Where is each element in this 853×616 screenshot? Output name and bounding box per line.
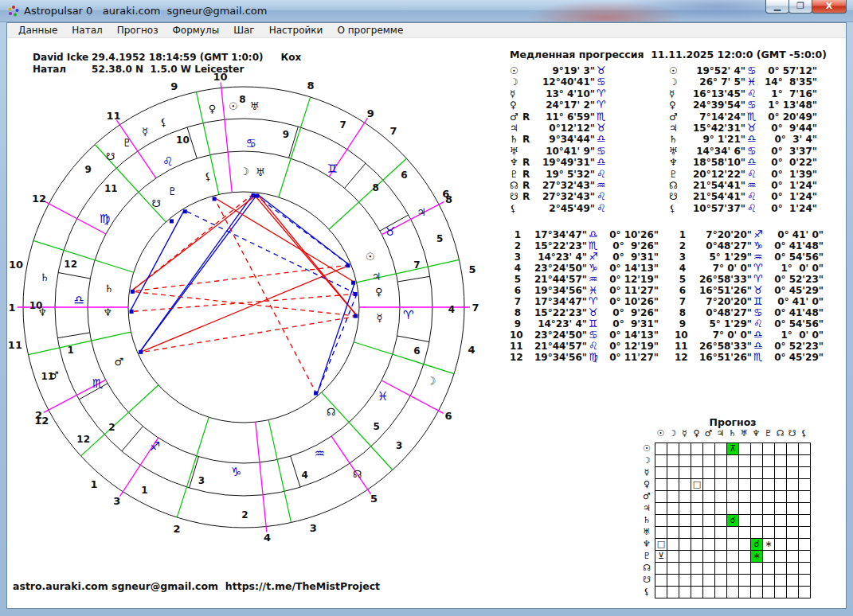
planet-glyph: ♀: [669, 99, 682, 111]
menu-item-settings[interactable]: Настройки: [262, 23, 331, 38]
progressed-planet-jupiter: ♃: [417, 206, 426, 218]
aspect-cell: [799, 503, 811, 515]
title-bar[interactable]: Astropulsar 0 auraki.com sgneur@gmail.co…: [0, 0, 853, 22]
aspect-cell: [787, 455, 799, 467]
window-controls: ▁ ❐ X: [766, 0, 847, 14]
aspect-cell: [715, 551, 727, 563]
maximize-button[interactable]: ❐: [788, 0, 812, 14]
speed: 0° 1'24": [760, 191, 817, 202]
aspect-cell: [775, 467, 787, 479]
position: 15°22'23": [523, 307, 587, 318]
aspect-cell: [703, 503, 715, 515]
aspect-cell: [667, 539, 679, 551]
aspect-cell: [667, 479, 679, 491]
aspect-cell: [703, 575, 715, 587]
speed: 0° 41'48": [766, 240, 824, 251]
progressed-planet-north-node: ☊: [353, 468, 362, 480]
position: 18°58'10": [682, 157, 745, 168]
aspect-cell: [799, 551, 811, 563]
minimize-button[interactable]: ▁: [765, 0, 789, 14]
aspect-cell: [763, 527, 775, 539]
aspect-cell: [739, 503, 751, 515]
position: 23°24'50": [523, 263, 587, 274]
aspect-cell: [655, 455, 667, 467]
sign-glyph: ♓: [745, 76, 760, 88]
natal-planet-saturn: ♄: [104, 283, 114, 294]
sign-glyph: ♎: [752, 341, 766, 352]
menu-item-natal[interactable]: Натал: [65, 23, 109, 38]
menu-item-step[interactable]: Шаг: [226, 23, 262, 38]
sign-glyph: ♏: [595, 111, 609, 123]
position: 12°40'41": [531, 76, 595, 88]
aspect-line-sun-uranus: [257, 194, 350, 265]
progressed-planet-row-jupiter: ♃15°42'31"♉0° 9'44": [669, 123, 817, 134]
menu-bar: ДанныеНаталПрогнозФормулыШагНастройкиО п…: [7, 23, 846, 38]
planet-marker-jupiter: [351, 281, 355, 285]
aspect-cell: [775, 443, 787, 455]
aspect-cell: [787, 503, 799, 515]
house-number: 10: [510, 329, 523, 341]
sign-glyph: ♑: [752, 240, 766, 251]
progressed-planet-row-north-node: ☊21°54'41"♒0° 1'24": [669, 180, 817, 191]
aspect-cell: [739, 515, 751, 527]
aspect-cell: [751, 443, 763, 455]
menu-item-formulas[interactable]: Формулы: [166, 23, 227, 38]
progressed-cusp-number: 7: [389, 125, 397, 137]
aspect-cell: [799, 455, 811, 467]
progressed-house-row-1: 17°20'20"♐0° 41' 0": [675, 229, 824, 240]
close-button[interactable]: X: [812, 0, 847, 14]
menu-item-data[interactable]: Данные: [11, 23, 65, 38]
speed: 0° 1'39": [760, 169, 817, 180]
sign-glyph: ♉: [595, 123, 609, 134]
natal-house-number: 6: [413, 345, 420, 357]
natal-planet-venus: ♀: [375, 286, 383, 298]
progressed-cusp-number: 11: [8, 339, 22, 351]
aspect-cell: [703, 515, 715, 527]
zodiac-sign-11: ♒: [315, 446, 325, 461]
progressed-house-number: 5: [436, 233, 443, 244]
progressed-house-row-9: 95° 1'29"♌0° 54'56": [675, 318, 824, 329]
aspect-cell: [691, 503, 703, 515]
sign-glyph: ♒: [587, 274, 601, 285]
grid-row-planet-glyph: ♃: [640, 502, 653, 514]
aspect-cell: [703, 539, 715, 551]
zodiac-sign-10: ♑: [231, 465, 241, 479]
menu-item-forecast[interactable]: Прогноз: [110, 23, 166, 38]
house-number: 12: [675, 352, 688, 363]
aspect-cell: [691, 587, 703, 598]
zodiac-sign-2: ♉: [385, 224, 395, 239]
grid-column-planet-glyph: ☉: [655, 428, 667, 439]
sign-glyph: ♋: [595, 76, 609, 88]
natal-planet-row-uranus: ♅10°41' 9"♋: [510, 146, 609, 157]
natal-house-row-4: 423°24'50"♑0° 14'13": [510, 263, 659, 274]
progressed-planet-row-sun: ☉19°52' 4"♋0° 57'12": [669, 65, 817, 76]
aspect-cell: [751, 479, 763, 491]
planet-glyph: ♂: [510, 111, 522, 123]
position: 27°32'43": [531, 191, 595, 202]
progressed-house-row-5: 526°58'33"♈0° 52'23": [675, 274, 824, 285]
grid-column-planet-glyph: ⚸: [798, 428, 810, 439]
progressed-house-number: 2: [241, 509, 248, 520]
sign-glyph: ♎: [745, 157, 760, 168]
position: 17°34'47": [523, 229, 587, 240]
natal-house-number: 2: [108, 422, 115, 433]
grid-row-planet-glyph: ♂: [640, 490, 653, 502]
prognosis-title: Прогноз: [655, 416, 811, 428]
aspect-cell: [763, 551, 775, 563]
aspect-cell: [775, 455, 787, 467]
position: 14°23' 4": [523, 318, 587, 329]
natal-planet-south-node: ☋: [151, 197, 161, 209]
house-number: 7: [675, 296, 688, 307]
progressed-house-number: 6: [401, 170, 407, 181]
natal-planet-neptune: ♆: [103, 306, 112, 318]
speed: 0° 11'27": [601, 352, 659, 363]
aspect-cell: [751, 575, 763, 587]
position: 16°51'26": [688, 352, 752, 363]
sign-glyph: ♎: [752, 329, 766, 341]
zodiac-sign-6: ♍: [100, 212, 110, 226]
speed: 14° 8'35": [760, 76, 817, 88]
aspect-cell-conjunction: ☌: [727, 515, 739, 527]
speed: 0° 54'56": [766, 251, 824, 263]
menu-item-about[interactable]: О прогремме: [330, 23, 410, 38]
speed: 0° 45'29": [766, 352, 824, 363]
